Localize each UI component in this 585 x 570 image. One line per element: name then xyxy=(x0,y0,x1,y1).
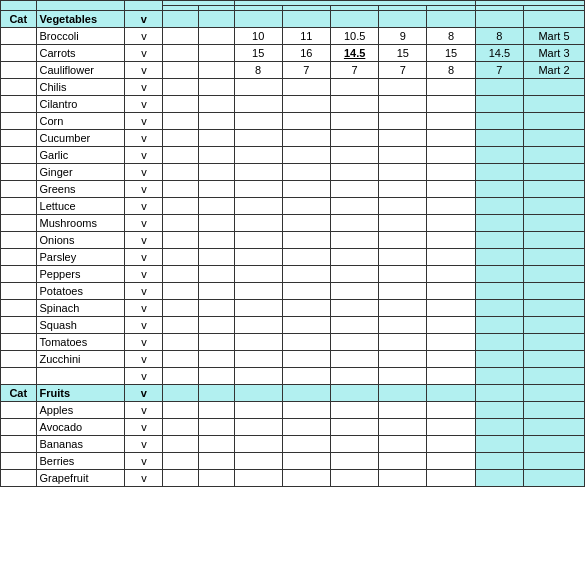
table-row: Spinachv xyxy=(1,300,585,317)
table-body: CatVegetablesvBroccoliv101110.5988Mart 5… xyxy=(1,11,585,487)
cell-mart5 xyxy=(427,334,475,351)
cell-cheapest-value xyxy=(475,198,523,215)
cell-mart5 xyxy=(427,470,475,487)
cell-check: v xyxy=(125,113,163,130)
cell-mart5 xyxy=(427,96,475,113)
cell-unit xyxy=(199,45,235,62)
cell-cheapest-value: 7 xyxy=(475,62,523,79)
table-row: Mushroomsv xyxy=(1,215,585,232)
cell-item: Apples xyxy=(36,402,125,419)
cell-cat xyxy=(1,266,37,283)
cell-mart1 xyxy=(234,334,282,351)
cell-mart4 xyxy=(379,147,427,164)
cell-cat xyxy=(1,436,37,453)
cell-check: v xyxy=(125,198,163,215)
cell-item: Onions xyxy=(36,232,125,249)
cell-cheapest-store xyxy=(524,317,585,334)
cell-mart3 xyxy=(331,351,379,368)
cell-mart2 xyxy=(282,11,330,28)
cell-mart4 xyxy=(379,453,427,470)
cell-check: v xyxy=(125,181,163,198)
cell-cheapest-value xyxy=(475,402,523,419)
cell-mart5 xyxy=(427,419,475,436)
cell-mart3 xyxy=(331,79,379,96)
cell-mart2 xyxy=(282,334,330,351)
cell-mart5 xyxy=(427,317,475,334)
cell-check: v xyxy=(125,215,163,232)
cell-mart3 xyxy=(331,283,379,300)
table-row: Grapefruitv xyxy=(1,470,585,487)
cell-cheapest-value xyxy=(475,385,523,402)
cell-mart2: 16 xyxy=(282,45,330,62)
table-row: Peppersv xyxy=(1,266,585,283)
cell-mart2 xyxy=(282,317,330,334)
cell-mart4 xyxy=(379,317,427,334)
cell-item: Berries xyxy=(36,453,125,470)
cell-mart3 xyxy=(331,402,379,419)
table-row: Chilisv xyxy=(1,79,585,96)
cell-mart5: 8 xyxy=(427,62,475,79)
cell-mart4 xyxy=(379,249,427,266)
cell-mart5 xyxy=(427,232,475,249)
cell-mart1 xyxy=(234,96,282,113)
cell-mart5 xyxy=(427,130,475,147)
cell-unit xyxy=(199,11,235,28)
cell-cheapest-value xyxy=(475,436,523,453)
cell-mart1 xyxy=(234,300,282,317)
cell-mart4 xyxy=(379,470,427,487)
cell-qty xyxy=(163,453,199,470)
cell-mart2 xyxy=(282,130,330,147)
cell-item: Cauliflower xyxy=(36,62,125,79)
cell-cat xyxy=(1,232,37,249)
cell-mart3 xyxy=(331,164,379,181)
cell-unit xyxy=(199,436,235,453)
cell-mart1 xyxy=(234,402,282,419)
cell-unit xyxy=(199,453,235,470)
cell-qty xyxy=(163,198,199,215)
cell-cat xyxy=(1,79,37,96)
cell-mart2: 7 xyxy=(282,62,330,79)
cell-cheapest-store xyxy=(524,402,585,419)
cell-qty xyxy=(163,368,199,385)
cell-mart2 xyxy=(282,385,330,402)
cell-mart4 xyxy=(379,368,427,385)
cell-mart3 xyxy=(331,317,379,334)
cell-qty xyxy=(163,402,199,419)
cell-cheapest-value xyxy=(475,96,523,113)
cell-qty xyxy=(163,419,199,436)
cell-mart1 xyxy=(234,198,282,215)
cell-unit xyxy=(199,470,235,487)
cell-mart2 xyxy=(282,266,330,283)
cell-mart2 xyxy=(282,113,330,130)
cell-cheapest-value: 8 xyxy=(475,28,523,45)
cell-cheapest-value xyxy=(475,317,523,334)
cell-cheapest-value xyxy=(475,79,523,96)
cell-cheapest-store xyxy=(524,368,585,385)
cell-mart3 xyxy=(331,249,379,266)
cell-check: v xyxy=(125,266,163,283)
cell-item: Corn xyxy=(36,113,125,130)
cell-item: Carrots xyxy=(36,45,125,62)
cell-cheapest-store xyxy=(524,96,585,113)
cell-check: v xyxy=(125,470,163,487)
table-row: Gingerv xyxy=(1,164,585,181)
main-table: CatVegetablesvBroccoliv101110.5988Mart 5… xyxy=(0,0,585,487)
cell-mart4 xyxy=(379,436,427,453)
cell-cheapest-store xyxy=(524,283,585,300)
cell-cheapest-value xyxy=(475,232,523,249)
cell-mart1 xyxy=(234,147,282,164)
cell-cat xyxy=(1,113,37,130)
cell-cheapest-value xyxy=(475,300,523,317)
cell-cheapest-store: Mart 5 xyxy=(524,28,585,45)
cell-cheapest-value xyxy=(475,334,523,351)
cell-mart2 xyxy=(282,283,330,300)
cell-mart1 xyxy=(234,181,282,198)
cell-mart5 xyxy=(427,385,475,402)
cell-unit xyxy=(199,198,235,215)
cell-unit xyxy=(199,249,235,266)
cell-cheapest-value xyxy=(475,181,523,198)
cell-cat xyxy=(1,334,37,351)
cell-qty xyxy=(163,28,199,45)
cell-cat xyxy=(1,317,37,334)
table-row: CatFruitsv xyxy=(1,385,585,402)
